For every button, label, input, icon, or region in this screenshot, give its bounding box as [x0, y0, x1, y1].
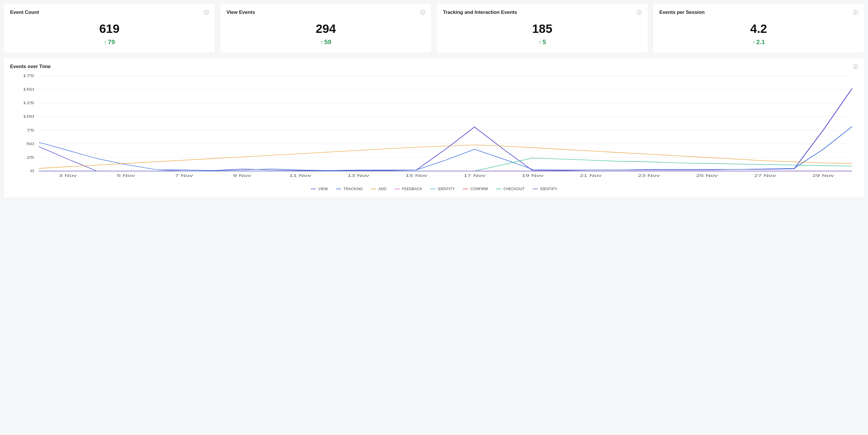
svg-text:50: 50	[27, 142, 34, 146]
svg-text:5 Nov: 5 Nov	[117, 174, 135, 178]
legend-label: IDENTIFY	[540, 187, 557, 191]
kpi-value: 4.2	[659, 22, 858, 35]
svg-text:100: 100	[23, 115, 34, 119]
kpi-card: Events per Sessioni4.2↑2.1	[653, 3, 865, 53]
legend-swatch-icon	[336, 189, 341, 189]
svg-text:21 Nov: 21 Nov	[580, 174, 602, 178]
svg-text:11 Nov: 11 Nov	[289, 174, 311, 178]
svg-text:29 Nov: 29 Nov	[812, 174, 834, 178]
kpi-delta: ↑2.1	[659, 38, 858, 46]
svg-text:25: 25	[27, 155, 34, 159]
svg-text:17 Nov: 17 Nov	[464, 174, 486, 178]
legend-item-feedback[interactable]: FEEDBACK	[395, 187, 422, 191]
svg-text:0: 0	[30, 169, 34, 173]
kpi-delta: ↑59	[226, 38, 425, 46]
legend-item-view[interactable]: VIEW	[311, 187, 328, 191]
arrow-up-icon: ↑	[752, 39, 755, 45]
kpi-title: Event Count	[10, 9, 39, 15]
legend-item-add[interactable]: ADD	[371, 187, 386, 191]
legend-item-identity[interactable]: IDENTITY	[430, 187, 455, 191]
kpi-value: 294	[226, 22, 425, 35]
info-icon[interactable]: i	[204, 10, 209, 15]
kpi-header: Event Counti	[10, 9, 209, 15]
svg-text:27 Nov: 27 Nov	[754, 174, 776, 178]
svg-text:3 Nov: 3 Nov	[59, 174, 77, 178]
svg-text:125: 125	[23, 101, 34, 105]
kpi-card: View Eventsi294↑59	[220, 3, 432, 53]
arrow-up-icon: ↑	[538, 39, 541, 45]
svg-text:19 Nov: 19 Nov	[522, 174, 544, 178]
svg-text:9 Nov: 9 Nov	[233, 174, 251, 178]
kpi-title: Tracking and Interaction Events	[443, 9, 517, 15]
legend-item-identify[interactable]: IDENTIFY	[533, 187, 557, 191]
kpi-card: Event Counti619↑79	[3, 3, 215, 53]
legend-label: IDENTITY	[438, 187, 455, 191]
kpi-title: View Events	[226, 9, 255, 15]
kpi-delta: ↑79	[10, 38, 209, 46]
events-over-time-card: Events over Time i 02550751001251501753 …	[3, 58, 865, 198]
series-add	[39, 145, 852, 168]
arrow-up-icon: ↑	[320, 39, 323, 45]
kpi-delta: ↑5	[443, 38, 642, 46]
legend-swatch-icon	[371, 189, 376, 189]
chart-header: Events over Time i	[10, 64, 858, 69]
svg-text:175: 175	[23, 74, 34, 77]
legend-swatch-icon	[533, 189, 538, 189]
legend-swatch-icon	[496, 189, 501, 189]
svg-text:15 Nov: 15 Nov	[405, 174, 427, 178]
kpi-header: View Eventsi	[226, 9, 425, 15]
kpi-row: Event Counti619↑79View Eventsi294↑59Trac…	[3, 3, 865, 53]
kpi-header: Tracking and Interaction Eventsi	[443, 9, 642, 15]
legend-label: ADD	[378, 187, 386, 191]
svg-text:13 Nov: 13 Nov	[347, 174, 369, 178]
svg-text:75: 75	[27, 128, 34, 132]
svg-text:150: 150	[23, 88, 34, 91]
info-icon[interactable]: i	[853, 64, 858, 69]
line-chart: 02550751001251501753 Nov5 Nov7 Nov9 Nov1…	[10, 73, 858, 183]
kpi-delta-value: 79	[108, 38, 115, 46]
legend-label: VIEW	[318, 187, 328, 191]
kpi-card: Tracking and Interaction Eventsi185↑5	[436, 3, 648, 53]
legend-label: CONFIRM	[470, 187, 488, 191]
legend-item-tracking[interactable]: TRACKING	[336, 187, 363, 191]
kpi-delta-value: 59	[324, 38, 331, 46]
legend-label: CHECKOUT	[503, 187, 525, 191]
legend-item-checkout[interactable]: CHECKOUT	[496, 187, 525, 191]
legend-item-confirm[interactable]: CONFIRM	[463, 187, 488, 191]
kpi-delta-value: 5	[542, 38, 546, 46]
legend-label: TRACKING	[343, 187, 363, 191]
legend-swatch-icon	[463, 189, 468, 189]
info-icon[interactable]: i	[853, 10, 858, 15]
legend-swatch-icon	[311, 189, 316, 189]
kpi-delta-value: 2.1	[756, 38, 765, 46]
kpi-header: Events per Sessioni	[659, 9, 858, 15]
kpi-value: 185	[443, 22, 642, 35]
svg-text:25 Nov: 25 Nov	[696, 174, 718, 178]
svg-text:7 Nov: 7 Nov	[175, 174, 193, 178]
chart-title: Events over Time	[10, 64, 51, 69]
info-icon[interactable]: i	[421, 10, 425, 15]
kpi-title: Events per Session	[659, 9, 705, 15]
arrow-up-icon: ↑	[104, 39, 107, 45]
info-icon[interactable]: i	[637, 10, 642, 15]
kpi-value: 619	[10, 22, 209, 35]
legend-swatch-icon	[430, 189, 435, 189]
svg-text:23 Nov: 23 Nov	[638, 174, 660, 178]
chart-legend: VIEWTRACKINGADDFEEDBACKIDENTITYCONFIRMCH…	[10, 187, 858, 191]
legend-label: FEEDBACK	[402, 187, 422, 191]
chart-area: 02550751001251501753 Nov5 Nov7 Nov9 Nov1…	[10, 73, 858, 183]
legend-swatch-icon	[395, 189, 400, 189]
